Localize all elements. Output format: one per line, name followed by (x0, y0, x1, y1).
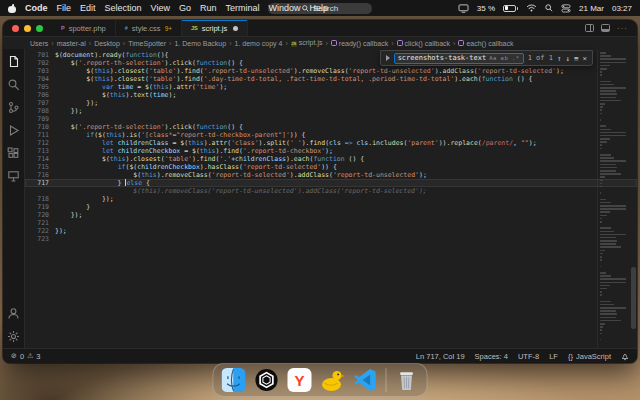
cursor-position[interactable]: Ln 717, Col 19 (416, 352, 465, 361)
eol-sequence[interactable]: LF (549, 352, 558, 361)
tab-spotter.php[interactable]: Pspotter.php (52, 20, 116, 36)
split-editor-icon[interactable] (585, 24, 594, 32)
menu-item-file[interactable]: File (57, 3, 72, 13)
minimize-window-button[interactable] (24, 25, 31, 32)
zoom-window-button[interactable] (36, 25, 43, 32)
code-row[interactable]: 711 if($(this).is('[class*="report-td-ch… (25, 131, 637, 139)
code-row[interactable]: 703 $(this).closest('table').find('.repo… (25, 67, 637, 75)
code-row[interactable]: 712 let childrenClass = $(this).attr('cl… (25, 139, 637, 147)
find-input[interactable]: screenshots-task-text Aa ab .* (394, 53, 524, 64)
minimap-line (600, 285, 610, 287)
menu-item-view[interactable]: View (151, 3, 170, 13)
menu-item-selection[interactable]: Selection (105, 3, 142, 13)
extensions-icon[interactable] (7, 146, 21, 160)
close-find-icon[interactable]: × (582, 54, 587, 63)
problems-indicator[interactable]: ⊘ 0 ⚠ 3 (11, 352, 41, 361)
code-row[interactable]: 707 }); (25, 99, 637, 107)
code-row[interactable]: 717 } else { (25, 179, 637, 187)
code-row[interactable]: 722}); (25, 227, 637, 235)
code-row[interactable]: 720 }); (25, 211, 637, 219)
menubar-search-pill[interactable]: Search (268, 3, 372, 14)
breadcrumb-item[interactable]: click() callback (397, 40, 451, 47)
minimap-line (600, 180, 603, 182)
breadcrumb-item[interactable]: TimeSpotter (128, 40, 166, 47)
layout-panel-icon[interactable] (601, 24, 610, 32)
code-row[interactable]: 709 (25, 115, 637, 123)
battery-icon[interactable] (503, 5, 518, 12)
find-options-icons[interactable]: Aa ab .* (489, 55, 520, 61)
minimap-line (600, 202, 611, 204)
editor-scrollbar[interactable] (629, 49, 637, 348)
accounts-icon[interactable] (7, 306, 21, 320)
code-row[interactable]: 714 $(this).closest('table').find('.'+ch… (25, 155, 637, 163)
breadcrumb-item[interactable]: each() callback (458, 40, 513, 47)
settings-gear-icon[interactable] (7, 329, 21, 343)
menubar-time[interactable]: 03:27 (612, 4, 632, 13)
chatgpt-dock-icon[interactable] (254, 367, 280, 393)
indentation[interactable]: Spaces: 4 (475, 352, 508, 361)
control-center-icon[interactable] (561, 4, 571, 13)
tab-script.js[interactable]: JSscript.js (182, 20, 248, 36)
menu-item-run[interactable]: Run (200, 3, 217, 13)
apple-menu-icon[interactable] (8, 4, 16, 13)
encoding[interactable]: UTF-8 (518, 352, 539, 361)
run-debug-icon[interactable] (7, 123, 21, 137)
code-row[interactable]: 710 $('.report-td-selection').click(func… (25, 123, 637, 131)
line-number: 714 (25, 155, 55, 163)
code-row[interactable]: 708 }); (25, 107, 637, 115)
yandex-browser-dock-icon[interactable]: Y (287, 367, 313, 393)
code-row[interactable]: 705 var time = $(this).attr('time'); (25, 83, 637, 91)
menu-item-edit[interactable]: Edit (80, 3, 96, 13)
code-row[interactable]: 704 $(this).closest('table').find('.day-… (25, 75, 637, 83)
breadcrumb-item[interactable]: master-al (57, 40, 86, 47)
cyberduck-dock-icon[interactable] (320, 367, 346, 393)
code-ghost-row[interactable]: $(this).removeClass('report-td-unselecte… (25, 187, 637, 195)
wifi-icon[interactable] (526, 4, 537, 12)
menubar-date[interactable]: 21 Mar (579, 4, 604, 13)
toggle-replace-icon[interactable] (386, 55, 390, 61)
code-row[interactable]: 721 (25, 219, 637, 227)
code-row[interactable]: 713 let childrenCheckbox = $(this).find(… (25, 147, 637, 155)
finder-dock-icon[interactable] (221, 367, 247, 393)
breadcrumb-item[interactable]: Users (30, 40, 48, 47)
more-actions-icon[interactable]: ··· (617, 24, 628, 33)
remote-explorer-icon[interactable] (7, 169, 21, 183)
search-sidebar-icon[interactable] (7, 77, 21, 91)
vscode-dock-icon[interactable] (353, 367, 379, 393)
menu-item-code[interactable]: Code (25, 3, 48, 13)
code-row[interactable]: 719 } (25, 203, 637, 211)
breadcrumb-item[interactable]: ready() callback (331, 40, 388, 47)
tab-style.css[interactable]: #style.css9+ (116, 20, 182, 36)
minimap[interactable] (597, 49, 629, 348)
minimap-line (600, 87, 626, 89)
code-row[interactable]: 723 (25, 235, 637, 243)
code-line-text: $('.report-th-selection').click(function… (55, 59, 243, 67)
trash-dock-icon[interactable] (394, 367, 420, 393)
notifications-bell-icon[interactable] (621, 352, 629, 361)
code-editor[interactable]: 701$(document).ready(function(){702 $('.… (25, 49, 637, 348)
line-number: 712 (25, 139, 55, 147)
spotlight-icon[interactable] (545, 4, 553, 12)
find-next-icon[interactable]: ↓ (565, 54, 570, 63)
menu-item-terminal[interactable]: Terminal (225, 3, 259, 13)
explorer-icon[interactable] (7, 54, 21, 68)
language-mode[interactable]: {} JavaScript (568, 352, 611, 361)
breadcrumb-item[interactable]: 1. demo copy 4 (235, 40, 283, 47)
code-row[interactable]: 715 if($(childrenCheckbox).hasClass('rep… (25, 163, 637, 171)
code-row[interactable]: 706 $(this).text(time); (25, 91, 637, 99)
breadcrumb-item[interactable]: Desktop (94, 40, 120, 47)
find-in-selection-icon[interactable]: ≡ (574, 54, 579, 63)
line-number: 711 (25, 131, 55, 139)
source-control-icon[interactable] (7, 100, 21, 114)
modified-dot-icon[interactable] (233, 26, 238, 31)
code-row[interactable]: 718 }); (25, 195, 637, 203)
menu-item-go[interactable]: Go (179, 3, 191, 13)
scrollbar-thumb[interactable] (631, 267, 636, 329)
code-row[interactable]: 716 $(this).removeClass('report-td-selec… (25, 171, 637, 179)
find-previous-icon[interactable]: ↑ (557, 54, 562, 63)
minimap-line (600, 144, 602, 146)
breadcrumb-item[interactable]: JSscript.js (291, 39, 323, 47)
breadcrumb-item[interactable]: 1. Demo Backup (174, 40, 226, 47)
display-icon[interactable] (458, 4, 469, 13)
close-window-button[interactable] (12, 25, 19, 32)
